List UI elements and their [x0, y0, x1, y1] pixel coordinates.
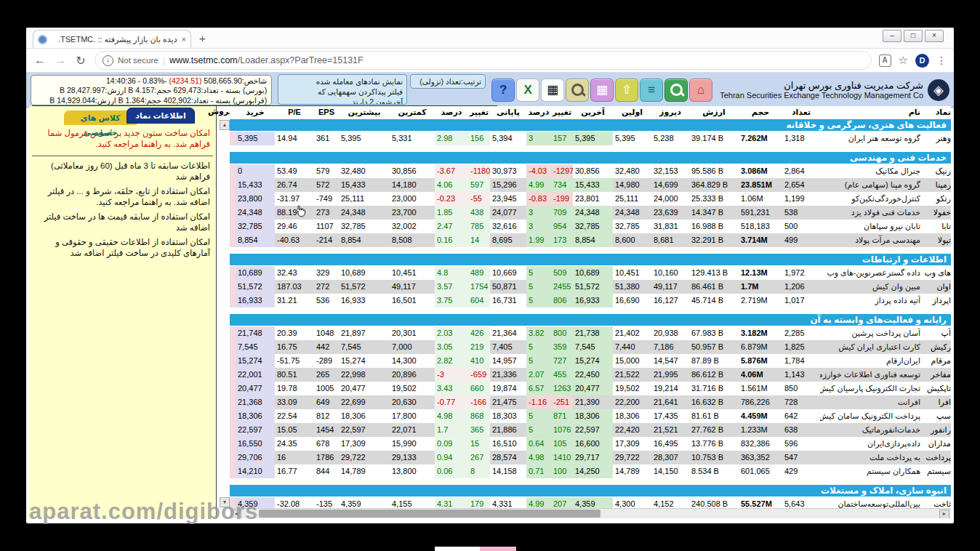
new-tab-button[interactable]: + [199, 32, 206, 44]
cell-chg_final: 660 [468, 382, 490, 395]
tab-private-classes[interactable]: کلاس های خصوصی [64, 110, 137, 125]
bourse-stats-line: (بورس) بسته - تعداد:629,473 حجم:4.157 B … [36, 86, 267, 96]
menu-kebab-icon[interactable]: ⋮ [936, 55, 947, 66]
table-row[interactable]: مرقامایران‌ارقام1,7845.876M87.89 B14,547… [230, 354, 951, 368]
browser-tab[interactable]: دیده بان بازار پیشرفته :: .TSETMC. × [33, 30, 191, 48]
excel-export-icon[interactable]: X [516, 79, 539, 102]
list-view-icon[interactable]: ≡ [640, 79, 663, 102]
table-row[interactable]: پرداختبه پرداخت ملت547363,35210.753 B28,… [230, 451, 951, 464]
table-row[interactable]: خفولاخدمات فنی فولاد یزد538591,23114.347… [230, 206, 951, 220]
cell-pct_last: 3.82 [526, 326, 551, 340]
column-header[interactable]: دیروز [651, 106, 689, 118]
back-icon[interactable]: ← [33, 54, 47, 67]
table-row[interactable]: وهنرگروه توسعه هنر ایران1,3187.262M39.17… [230, 132, 951, 145]
cell-name: همکاران سیستم [820, 464, 920, 478]
section-header[interactable]: فعالیت های هنری، سرگرمی و خلاقانه [230, 119, 951, 131]
table-row[interactable]: تپولامهندسی مرآت پولاد4993.714M32.291 B8… [230, 233, 951, 247]
cell-max: 32,785 [339, 220, 390, 233]
cell-final: 15,296 [490, 178, 526, 192]
cell-symbol: مفاخر [920, 368, 951, 382]
cell-count: 500 [782, 220, 820, 233]
cell-pe: 33.09 [275, 395, 314, 409]
tab-symbol-info[interactable]: اطلاعات نماد [126, 108, 195, 124]
column-header[interactable]: کمترین [390, 106, 435, 118]
scroll-up-icon[interactable]: ▲ [220, 120, 230, 130]
column-header[interactable]: درصد [526, 106, 551, 118]
cell-yesterday: 24,000 [651, 192, 689, 206]
column-header[interactable]: حجم [739, 106, 782, 118]
scroll-right-icon[interactable]: ► [939, 510, 949, 518]
column-header[interactable]: آخرین [573, 106, 613, 118]
translate-icon[interactable]: A [879, 55, 891, 67]
cell-value: 50.957 B [689, 340, 739, 354]
table-row[interactable]: تاباتابان نیرو سپاهان500518,18316.988 B3… [230, 220, 951, 233]
column-header[interactable]: درصد [435, 106, 468, 118]
column-header[interactable]: تغییر [551, 106, 573, 118]
column-header[interactable]: نام [820, 106, 920, 118]
calendar-icon[interactable]: ▦ [590, 79, 614, 102]
column-header[interactable]: ارزش [689, 106, 739, 118]
table-row[interactable]: اپردازآتیه داده پرداز1,0172.719M45.714 B… [230, 294, 951, 307]
vertical-scrollbar[interactable]: ▲ ▼ [218, 118, 230, 509]
table-row[interactable]: آپآسان پرداخت پرشین2,2853.182M67.983 B20… [230, 326, 951, 340]
heatmap-grid-icon[interactable]: ▦ [541, 79, 564, 102]
section-header[interactable]: انبوه سازی، املاک و مستغلات [230, 485, 951, 496]
cell-value: 13.776 B [689, 437, 739, 451]
upload-icon[interactable]: ⇧ [615, 79, 638, 102]
profile-avatar[interactable]: D [915, 54, 929, 68]
reload-icon[interactable]: ↻ [74, 54, 87, 68]
table-row[interactable]: مدارانداده‌پردازی‌ایران596832,38613.776 … [230, 437, 951, 451]
column-header[interactable]: تعداد [782, 106, 820, 118]
column-header[interactable]: خرید [236, 106, 275, 118]
search-icon[interactable] [664, 79, 688, 102]
cell-symbol: آپ [920, 326, 951, 340]
home-icon[interactable]: ⌂ [689, 79, 712, 102]
column-header[interactable]: اولین [613, 106, 651, 118]
search-document-icon[interactable] [566, 79, 589, 102]
table-row[interactable]: رکیشکارت اعتباری ایران کیش1,8256.879M50.… [230, 340, 951, 354]
bookmark-star-icon[interactable]: ☆ [899, 54, 908, 67]
cell-volume: 4.459M [739, 409, 782, 423]
table-row[interactable]: تاپکیشتجارت الکترونیک پارسیان کیش8501.56… [230, 382, 951, 395]
cell-last: 10,689 [573, 266, 613, 280]
cell-chg_final: 410 [468, 354, 490, 368]
help-icon[interactable]: ? [491, 79, 515, 102]
minimize-button[interactable]: – [883, 30, 901, 42]
cell-pct_final: 2.03 [435, 326, 468, 340]
table-row[interactable]: مفاخرتوسعه فناوری اطلاعات خوارزمی1,1434.… [230, 368, 951, 382]
table-row[interactable]: افراافرانت728786,22616.632 B21,64122,200… [230, 395, 951, 409]
section-header[interactable]: رایانه و فعالیت‌های وابسته به آن [230, 314, 951, 326]
close-button[interactable]: × [925, 30, 944, 42]
maximize-button[interactable]: □ [904, 30, 923, 42]
table-row[interactable]: سیستمهمکاران سیستم429601,0658.534 B14,15… [230, 464, 951, 478]
table-row[interactable]: های وبداده گسترعصرنوین-های وب1,97212.13M… [230, 266, 951, 280]
column-header[interactable]: پایانی [490, 106, 526, 118]
table-row[interactable]: رانفورخدمات‌انفورماتیک6381.233M27.762 B2… [230, 423, 951, 437]
column-header[interactable]: EPS [314, 106, 339, 118]
table-row[interactable]: سپپرداخت الکترونیک سامان کیش6424.459M81.… [230, 409, 951, 423]
cell-yesterday: 20,938 [651, 326, 689, 340]
cell-count: 1,825 [782, 340, 820, 354]
forward-icon[interactable]: → [54, 54, 67, 67]
address-input[interactable]: i Not secure | www.tsetmc.com/Loader.asp… [95, 51, 872, 70]
column-header[interactable]: P/E [275, 106, 314, 118]
scrollbar-thumb[interactable] [259, 510, 601, 518]
table-row[interactable]: رتکوکنترل‌خوردگی‌تکین‌کو1,1991.06M25.333… [230, 192, 951, 206]
column-header[interactable]: تغییر [468, 106, 490, 118]
tab-close-icon[interactable]: × [182, 35, 186, 44]
table-row[interactable]: اوانمبین وان کیش1,2061.7M86.461 B49,1175… [230, 280, 951, 294]
cell-chg_last: 954 [551, 220, 573, 233]
section-header[interactable]: خدمات فنی و مهندسی [230, 152, 951, 164]
cell-name: گروه توسعه هنر ایران [820, 132, 920, 145]
section-header[interactable]: اطلاعات و ارتباطات [230, 254, 951, 265]
horizontal-scrollbar[interactable]: ◄ ► [230, 508, 951, 518]
column-header[interactable]: بیشترین [339, 106, 390, 118]
column-header[interactable]: نماد [920, 106, 951, 118]
site-info-icon[interactable]: i [103, 55, 113, 66]
cell-first: 51,380 [613, 280, 651, 294]
cell-symbol: خفولا [920, 206, 951, 220]
table-row[interactable]: رمپناگروه مپنا (سهامی عام)2,65423.851M36… [230, 178, 951, 192]
table-row[interactable]: رنیکجنرال مکانیک2,8643.086M95.586 B32,15… [230, 164, 951, 178]
cell-final: 14,158 [490, 464, 526, 478]
section-gap [230, 478, 951, 484]
